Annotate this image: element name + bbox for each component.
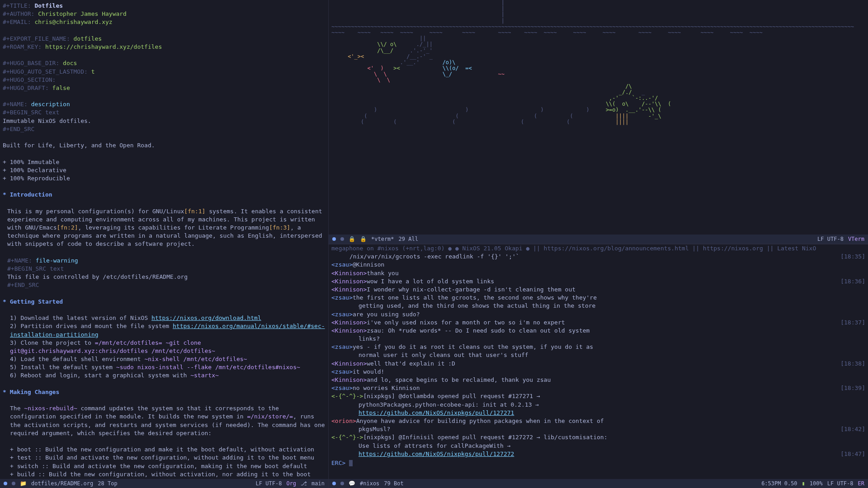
irc-line: <Kinnison> zsau: Oh *rude words* -- Do I… (331, 327, 865, 335)
irc-line: <Kinnison> i've only used nixos for a mo… (331, 319, 865, 327)
status-dot-icon (332, 482, 336, 485)
heading-making-changes[interactable]: * Making Changes (3, 388, 326, 396)
git-branch-icon: ⎇ (301, 480, 307, 488)
irc-line: <Kinnison> thank you (331, 269, 865, 277)
status-dot-icon (332, 237, 336, 241)
org-title: Dotfiles (34, 2, 63, 9)
irc-link[interactable]: https://github.com/NixOS/nixpkgs/pull/12… (359, 450, 514, 458)
irc-line: getting used, and the third one shows th… (331, 302, 865, 310)
buffer-position: 29 All (399, 235, 418, 243)
download-link[interactable]: https://nixos.org/download.html (151, 314, 261, 321)
irc-line: Use lists of attrsets for callPackageWit… (331, 442, 865, 450)
status-dot-icon (340, 482, 344, 485)
vterm-pane[interactable]: | | | | ~~~~~~~~~~~~~~~~~~~~~~~~~~~~~~~~… (329, 0, 868, 244)
irc-line: links? (331, 335, 865, 343)
status-dot-icon (340, 237, 344, 241)
heading-introduction[interactable]: * Introduction (3, 191, 326, 199)
clock: 6:53PM 0.50 (761, 480, 797, 488)
irc-line: <Kinnison> and lo, space begins to be re… (331, 376, 865, 384)
buffer-name[interactable]: #nixos (360, 480, 379, 488)
battery-pct: 100% (810, 480, 823, 488)
org-buffer-pane[interactable]: #+TITLE: Dotfiles #+AUTHOR: Christopher … (0, 0, 329, 488)
battery-icon: ▮ (802, 480, 805, 488)
status-dot-icon (12, 482, 15, 485)
lock-icon: 🔒 (349, 235, 355, 243)
irc-line: <zsau> are you using sudo? (331, 310, 865, 319)
folder-icon: 📁 (20, 480, 27, 488)
irc-line: https://github.com/NixOS/nixpkgs/pull/12… (331, 409, 865, 417)
getting-started-list: 1) Download the latest version of NixOS … (3, 314, 326, 380)
buffer-name[interactable]: dotfiles/README.org (31, 480, 93, 488)
buffer-name[interactable]: *vterm* (371, 235, 394, 243)
irc-line: <Kinnison> I wonder why nix-collect-garb… (331, 286, 865, 294)
git-branch[interactable]: main (311, 480, 325, 488)
chat-icon: 💬 (349, 480, 355, 488)
tagline: Built for Life, Liberty, and the Open Ro… (3, 141, 326, 150)
modeline-left[interactable]: 📁 dotfiles/README.org 28 Top LF UTF-8 Or… (0, 479, 328, 488)
org-kw: #+TITLE: (3, 2, 31, 9)
modeline-vterm[interactable]: 🔒 🔒 *vterm* 29 All LF UTF-8 VTerm (329, 235, 868, 244)
irc-prompt: ERC> (331, 460, 345, 466)
irc-topic: megaphone on #nixos (+nrt,lag:0) ● ● Nix… (331, 244, 865, 253)
irc-line: <-{^-^}-> [nixpkgs] @dotlambda opened pu… (331, 392, 865, 400)
irc-line: <zsau> the first one lists all the gcroo… (331, 294, 865, 302)
irc-line: <zsau> @Kinnison (331, 261, 865, 269)
irc-link[interactable]: https://github.com/NixOS/nixpkgs/pull/12… (359, 409, 514, 417)
irc-line: <zsau> no worries Kinnison[18:39] (331, 384, 865, 392)
irc-input[interactable] (349, 460, 353, 466)
buffer-position: 79 Bot (384, 480, 403, 488)
irc-line: python3Packages.python-ecobee-api: init … (331, 401, 865, 409)
org-meta-block: #+TITLE: Dotfiles #+AUTHOR: Christopher … (3, 2, 326, 92)
encoding: LF UTF-8 (256, 480, 282, 488)
encoding: LF UTF-8 (827, 480, 854, 488)
irc-line: <zsau> yes - if you do it as root it cle… (331, 343, 865, 351)
major-mode[interactable]: ER (858, 480, 864, 488)
buffer-position: 28 Top (98, 480, 117, 488)
irc-line: <Kinnison> well that'd explain it :D[18:… (331, 360, 865, 368)
lock-icon: 🔒 (360, 235, 367, 243)
intro-paragraph: This is my personal configuration(s) for… (3, 207, 326, 249)
status-dot-icon (4, 482, 7, 485)
irc-line: <-{^-^}-> [nixpkgs] @Infinisil opened pu… (331, 433, 865, 441)
major-mode[interactable]: VTerm (848, 235, 864, 243)
irc-line: pkgsMusl?[18:42] (331, 425, 865, 433)
heading-getting-started[interactable]: * Getting Started (3, 298, 326, 306)
irc-line: <Kinnison> wow I have a lot of old syste… (331, 277, 865, 286)
encoding: LF UTF-8 (817, 235, 844, 243)
irc-log[interactable]: <zsau> @Kinnison<Kinnison> thank you<Kin… (331, 261, 865, 458)
irc-line: <orion> Anyone have advice for building … (331, 417, 865, 425)
major-mode[interactable]: Org (286, 480, 296, 488)
irc-line: <zsau> it would! (331, 368, 865, 376)
irc-line: normal user it only cleans out that user… (331, 351, 865, 359)
modeline-irc[interactable]: 💬 #nixos 79 Bot 6:53PM 0.50 ▮ 100% LF UT… (329, 479, 868, 488)
ascii-art: | | | | ~~~~~~~~~~~~~~~~~~~~~~~~~~~~~~~~… (331, 0, 865, 125)
irc-line: https://github.com/NixOS/nixpkgs/pull/12… (331, 450, 865, 458)
irc-buffer-pane[interactable]: megaphone on #nixos (+nrt,lag:0) ● ● Nix… (329, 244, 868, 488)
